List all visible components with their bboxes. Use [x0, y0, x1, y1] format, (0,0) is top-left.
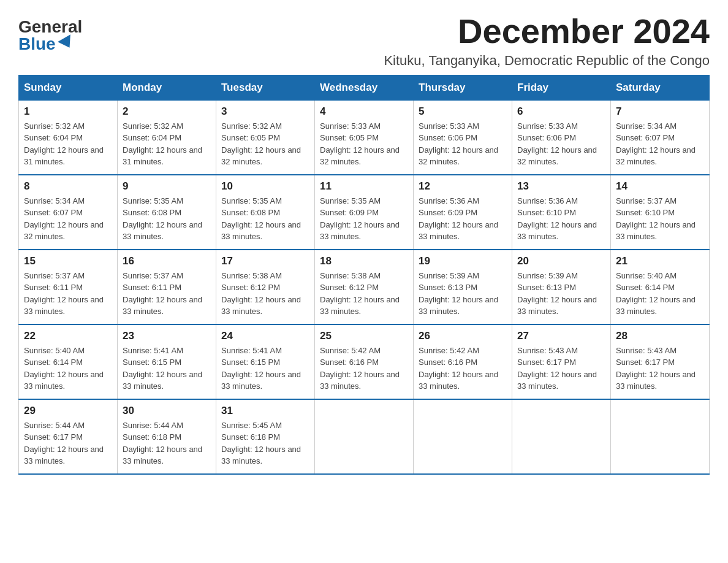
day-info: Sunrise: 5:41 AMSunset: 6:15 PMDaylight:… [123, 345, 211, 393]
day-number: 27 [517, 330, 605, 342]
calendar-week-row: 8 Sunrise: 5:34 AMSunset: 6:07 PMDayligh… [19, 175, 710, 250]
header-wednesday: Wednesday [315, 75, 414, 100]
calendar-day-cell: 11 Sunrise: 5:35 AMSunset: 6:09 PMDaylig… [315, 175, 414, 250]
day-info: Sunrise: 5:33 AMSunset: 6:05 PMDaylight:… [320, 120, 408, 168]
day-info: Sunrise: 5:35 AMSunset: 6:08 PMDaylight:… [123, 195, 211, 243]
day-number: 14 [616, 180, 704, 193]
day-number: 29 [24, 405, 112, 417]
day-number: 25 [320, 330, 408, 342]
calendar-day-cell: 12 Sunrise: 5:36 AMSunset: 6:09 PMDaylig… [414, 175, 512, 250]
calendar-week-row: 29 Sunrise: 5:44 AMSunset: 6:17 PMDaylig… [19, 399, 710, 474]
logo-blue-text: Blue [18, 36, 74, 53]
day-number: 13 [517, 180, 605, 193]
calendar-day-cell: 10 Sunrise: 5:35 AMSunset: 6:08 PMDaylig… [216, 175, 315, 250]
month-year-title: December 2024 [384, 12, 710, 50]
day-number: 11 [320, 180, 408, 193]
day-number: 17 [221, 255, 309, 267]
day-number: 12 [419, 180, 507, 193]
calendar-day-cell: 7 Sunrise: 5:34 AMSunset: 6:07 PMDayligh… [611, 100, 710, 175]
calendar-day-cell: 4 Sunrise: 5:33 AMSunset: 6:05 PMDayligh… [315, 100, 414, 175]
page-header: General Blue December 2024 Kituku, Tanga… [18, 12, 710, 69]
calendar-day-cell: 18 Sunrise: 5:38 AMSunset: 6:12 PMDaylig… [315, 250, 414, 324]
calendar-day-cell: 23 Sunrise: 5:41 AMSunset: 6:15 PMDaylig… [118, 324, 216, 399]
day-number: 10 [221, 180, 309, 193]
day-info: Sunrise: 5:39 AMSunset: 6:13 PMDaylight:… [517, 270, 605, 318]
day-info: Sunrise: 5:43 AMSunset: 6:17 PMDaylight:… [616, 345, 704, 393]
calendar-day-cell [414, 399, 512, 474]
day-number: 20 [517, 255, 605, 267]
day-number: 23 [123, 330, 211, 342]
day-info: Sunrise: 5:41 AMSunset: 6:15 PMDaylight:… [221, 345, 309, 393]
calendar-day-cell: 13 Sunrise: 5:36 AMSunset: 6:10 PMDaylig… [512, 175, 611, 250]
day-info: Sunrise: 5:36 AMSunset: 6:09 PMDaylight:… [419, 195, 507, 243]
calendar-day-cell: 19 Sunrise: 5:39 AMSunset: 6:13 PMDaylig… [414, 250, 512, 324]
calendar-week-row: 22 Sunrise: 5:40 AMSunset: 6:14 PMDaylig… [19, 324, 710, 399]
day-info: Sunrise: 5:44 AMSunset: 6:18 PMDaylight:… [123, 419, 211, 467]
day-info: Sunrise: 5:35 AMSunset: 6:08 PMDaylight:… [221, 195, 309, 243]
calendar-day-cell: 21 Sunrise: 5:40 AMSunset: 6:14 PMDaylig… [611, 250, 710, 324]
day-info: Sunrise: 5:37 AMSunset: 6:11 PMDaylight:… [123, 270, 211, 318]
day-number: 8 [24, 180, 112, 193]
day-info: Sunrise: 5:37 AMSunset: 6:11 PMDaylight:… [24, 270, 112, 318]
calendar-day-cell: 16 Sunrise: 5:37 AMSunset: 6:11 PMDaylig… [118, 250, 216, 324]
calendar-day-cell [315, 399, 414, 474]
calendar-day-cell: 22 Sunrise: 5:40 AMSunset: 6:14 PMDaylig… [19, 324, 118, 399]
header-sunday: Sunday [19, 75, 118, 100]
day-number: 1 [24, 105, 112, 118]
location-subtitle: Kituku, Tanganyika, Democratic Republic … [384, 53, 710, 69]
day-number: 24 [221, 330, 309, 342]
calendar-header: Sunday Monday Tuesday Wednesday Thursday… [19, 75, 710, 100]
day-info: Sunrise: 5:42 AMSunset: 6:16 PMDaylight:… [320, 345, 408, 393]
title-block: December 2024 Kituku, Tanganyika, Democr… [384, 12, 710, 69]
day-info: Sunrise: 5:43 AMSunset: 6:17 PMDaylight:… [517, 345, 605, 393]
day-info: Sunrise: 5:44 AMSunset: 6:17 PMDaylight:… [24, 419, 112, 467]
day-info: Sunrise: 5:38 AMSunset: 6:12 PMDaylight:… [221, 270, 309, 318]
header-thursday: Thursday [414, 75, 512, 100]
header-monday: Monday [118, 75, 216, 100]
calendar-day-cell: 9 Sunrise: 5:35 AMSunset: 6:08 PMDayligh… [118, 175, 216, 250]
calendar-day-cell: 15 Sunrise: 5:37 AMSunset: 6:11 PMDaylig… [19, 250, 118, 324]
calendar-day-cell: 3 Sunrise: 5:32 AMSunset: 6:05 PMDayligh… [216, 100, 315, 175]
logo: General Blue [18, 12, 82, 53]
day-number: 6 [517, 105, 605, 118]
calendar-day-cell: 6 Sunrise: 5:33 AMSunset: 6:06 PMDayligh… [512, 100, 611, 175]
day-number: 16 [123, 255, 211, 267]
day-info: Sunrise: 5:34 AMSunset: 6:07 PMDaylight:… [24, 195, 112, 243]
calendar-day-cell: 14 Sunrise: 5:37 AMSunset: 6:10 PMDaylig… [611, 175, 710, 250]
calendar-day-cell: 31 Sunrise: 5:45 AMSunset: 6:18 PMDaylig… [216, 399, 315, 474]
day-number: 28 [616, 330, 704, 342]
day-info: Sunrise: 5:39 AMSunset: 6:13 PMDaylight:… [419, 270, 507, 318]
day-info: Sunrise: 5:35 AMSunset: 6:09 PMDaylight:… [320, 195, 408, 243]
calendar-day-cell: 8 Sunrise: 5:34 AMSunset: 6:07 PMDayligh… [19, 175, 118, 250]
day-info: Sunrise: 5:33 AMSunset: 6:06 PMDaylight:… [517, 120, 605, 168]
logo-general-text: General [18, 18, 82, 36]
day-number: 18 [320, 255, 408, 267]
header-saturday: Saturday [611, 75, 710, 100]
calendar-day-cell: 29 Sunrise: 5:44 AMSunset: 6:17 PMDaylig… [19, 399, 118, 474]
day-info: Sunrise: 5:33 AMSunset: 6:06 PMDaylight:… [419, 120, 507, 168]
calendar-week-row: 15 Sunrise: 5:37 AMSunset: 6:11 PMDaylig… [19, 250, 710, 324]
calendar-day-cell: 25 Sunrise: 5:42 AMSunset: 6:16 PMDaylig… [315, 324, 414, 399]
calendar-day-cell: 17 Sunrise: 5:38 AMSunset: 6:12 PMDaylig… [216, 250, 315, 324]
day-info: Sunrise: 5:37 AMSunset: 6:10 PMDaylight:… [616, 195, 704, 243]
calendar-body: 1 Sunrise: 5:32 AMSunset: 6:04 PMDayligh… [19, 100, 710, 474]
day-info: Sunrise: 5:40 AMSunset: 6:14 PMDaylight:… [616, 270, 704, 318]
header-tuesday: Tuesday [216, 75, 315, 100]
calendar-day-cell: 24 Sunrise: 5:41 AMSunset: 6:15 PMDaylig… [216, 324, 315, 399]
calendar-day-cell: 2 Sunrise: 5:32 AMSunset: 6:04 PMDayligh… [118, 100, 216, 175]
logo-triangle-icon [58, 34, 76, 52]
day-info: Sunrise: 5:32 AMSunset: 6:04 PMDaylight:… [123, 120, 211, 168]
calendar-day-cell: 5 Sunrise: 5:33 AMSunset: 6:06 PMDayligh… [414, 100, 512, 175]
day-number: 9 [123, 180, 211, 193]
calendar-week-row: 1 Sunrise: 5:32 AMSunset: 6:04 PMDayligh… [19, 100, 710, 175]
day-number: 26 [419, 330, 507, 342]
day-number: 22 [24, 330, 112, 342]
day-number: 15 [24, 255, 112, 267]
day-info: Sunrise: 5:36 AMSunset: 6:10 PMDaylight:… [517, 195, 605, 243]
day-number: 30 [123, 405, 211, 417]
day-number: 7 [616, 105, 704, 118]
day-info: Sunrise: 5:45 AMSunset: 6:18 PMDaylight:… [221, 419, 309, 467]
day-info: Sunrise: 5:32 AMSunset: 6:04 PMDaylight:… [24, 120, 112, 168]
header-friday: Friday [512, 75, 611, 100]
day-number: 3 [221, 105, 309, 118]
